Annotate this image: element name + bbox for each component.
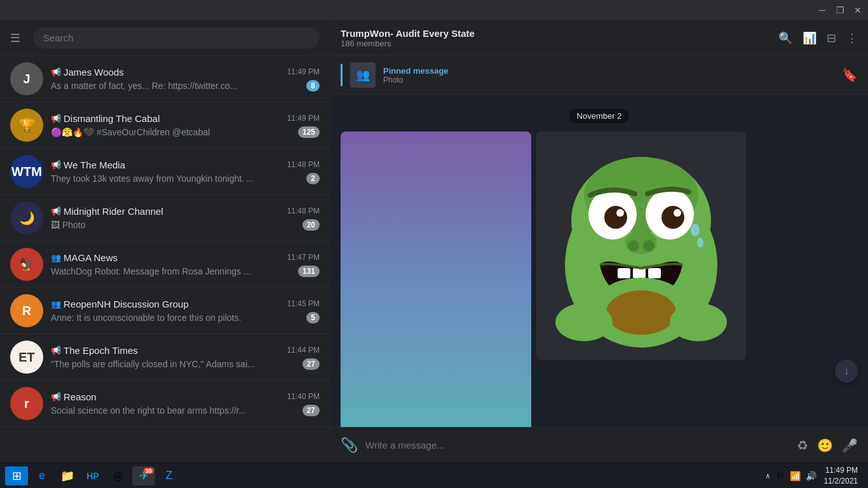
- avatar-maga-news: 🦅: [10, 248, 43, 281]
- pinned-sub: Photo: [383, 76, 834, 85]
- microphone-icon[interactable]: 🎤: [842, 438, 858, 453]
- svg-point-10: [628, 240, 639, 252]
- svg-rect-14: [648, 268, 661, 278]
- badge-reopen-nh: 5: [306, 312, 320, 323]
- chat-messages-wrap: November 2: [330, 95, 868, 427]
- chat-item-reason[interactable]: r 📢 Reason 11:40 PM Social science on th…: [0, 381, 330, 427]
- chat-item-midnight-rider[interactable]: 🌙 📢 Midnight Rider Channel 11:48 PM 🖼 Ph…: [0, 195, 330, 241]
- chat-header-info: TrumpWon- Audit Every State 186 members: [341, 28, 771, 48]
- chat-item-reopen-nh[interactable]: R 👥 ReopenNH Discussion Group 11:45 PM A…: [0, 288, 330, 334]
- hamburger-icon[interactable]: ☰: [10, 31, 25, 45]
- badge-dismantling-cabal: 125: [298, 126, 320, 138]
- taskbar-hp[interactable]: HP: [81, 466, 104, 485]
- message-input[interactable]: [365, 440, 789, 451]
- pinned-thumbnail: 👥: [350, 62, 376, 88]
- chat-item-epoch-times[interactable]: ET 📢 The Epoch Times 11:44 PM "The polls…: [0, 334, 330, 381]
- chat-time-james-woods: 11:49 PM: [287, 67, 320, 76]
- pinned-label: Pinned message: [383, 66, 834, 76]
- tray-expand-icon[interactable]: ∧: [765, 471, 771, 480]
- chat-info-maga-news: 👥 MAGA News 11:47 PM WatchDog Robot: Mes…: [51, 252, 320, 277]
- menu-icon[interactable]: ⋮: [846, 31, 858, 45]
- svg-point-6: [661, 206, 684, 229]
- pinned-message-bar[interactable]: 👥 Pinned message Photo 🔖: [330, 56, 868, 95]
- layout-icon[interactable]: ⊟: [827, 31, 836, 45]
- taskbar-chrome[interactable]: ◎: [107, 466, 130, 485]
- volume-icon[interactable]: 🔊: [806, 471, 817, 481]
- chat-name-dismantling-cabal: 📢 Dismantling The Cabal: [51, 113, 159, 124]
- titlebar: ─ ❐ ✕: [0, 0, 868, 20]
- preview-text-reason: Social science on the right to bear arms…: [51, 405, 299, 416]
- search-icon[interactable]: 🔍: [778, 31, 792, 45]
- svg-point-21: [670, 303, 727, 341]
- recycle-icon[interactable]: ♻: [797, 438, 808, 453]
- chat-name-reopen-nh: 👥 ReopenNH Discussion Group: [51, 299, 189, 309]
- chat-name-reason: 📢 Reason: [51, 391, 97, 402]
- preview-text-epoch-times: "The polls are officially closed in NYC,…: [51, 359, 299, 369]
- type-icon-we-the-media: 📢: [51, 160, 61, 170]
- badge-reason: 27: [302, 405, 320, 416]
- badge-midnight-rider: 20: [302, 219, 320, 231]
- chat-info-midnight-rider: 📢 Midnight Rider Channel 11:48 PM 🖼 Phot…: [51, 206, 320, 231]
- badge-james-woods: 8: [306, 80, 320, 92]
- emoji-icon[interactable]: 🙂: [817, 438, 833, 453]
- chat-item-dismantling-cabal[interactable]: 🏆 📢 Dismantling The Cabal 11:49 PM 🟣😤🔥🖤 …: [0, 102, 330, 149]
- start-button[interactable]: ⊞: [5, 466, 28, 485]
- sidebar: ☰ J 📢 James Woods 11:49 PM As a matter o…: [0, 20, 330, 463]
- taskbar-clock: 11:49 PM 11/2/2021: [819, 465, 863, 487]
- clock-date: 11/2/2021: [824, 476, 858, 487]
- chat-panel: TrumpWon- Audit Every State 186 members …: [330, 20, 868, 463]
- chat-time-we-the-media: 11:48 PM: [287, 160, 320, 169]
- chat-name-maga-news: 👥 MAGA News: [51, 252, 118, 263]
- badge-epoch-times: 27: [302, 358, 320, 370]
- chat-info-epoch-times: 📢 The Epoch Times 11:44 PM "The polls ar…: [51, 345, 320, 370]
- chat-info-reopen-nh: 👥 ReopenNH Discussion Group 11:45 PM Ann…: [51, 299, 320, 323]
- network-icon[interactable]: 📶: [790, 471, 801, 481]
- avatar-reason: r: [10, 387, 43, 420]
- avatar-james-woods: J: [10, 62, 43, 95]
- type-icon-reopen-nh: 👥: [51, 299, 61, 309]
- message-area: November 2: [330, 95, 868, 427]
- poll-icon[interactable]: 📊: [803, 31, 817, 45]
- chat-item-maga-news[interactable]: 🦅 👥 MAGA News 11:47 PM WatchDog Robot: M…: [0, 241, 330, 288]
- windows-icon: ⊞: [12, 469, 22, 483]
- avatar-dismantling-cabal: 🏆: [10, 109, 43, 142]
- badge-we-the-media: 2: [306, 173, 320, 184]
- chrome-icon: ◎: [113, 469, 123, 483]
- avatar-reopen-nh: R: [10, 294, 43, 327]
- hp-icon: HP: [86, 471, 98, 481]
- chat-name-midnight-rider: 📢 Midnight Rider Channel: [51, 206, 163, 217]
- taskbar-telegram[interactable]: ✈ 35: [132, 466, 155, 485]
- chat-item-we-the-media[interactable]: WTM 📢 We The Media 11:48 PM They took 13…: [0, 149, 330, 195]
- maximize-button[interactable]: ❐: [835, 5, 845, 15]
- taskbar-edge[interactable]: e: [31, 466, 53, 485]
- chat-info-james-woods: 📢 James Woods 11:49 PM As a matter of fa…: [51, 67, 320, 92]
- zoom-icon: Z: [166, 469, 173, 482]
- chat-name-james-woods: 📢 James Woods: [51, 67, 124, 78]
- scroll-down-button[interactable]: ↓: [835, 360, 858, 383]
- badge-maga-news: 131: [298, 266, 320, 277]
- taskbar-explorer[interactable]: 📁: [56, 466, 79, 485]
- chat-time-maga-news: 11:47 PM: [287, 253, 320, 262]
- chat-list: J 📢 James Woods 11:49 PM As a matter of …: [0, 56, 330, 463]
- attach-icon[interactable]: 📎: [341, 437, 358, 454]
- pin-bookmark-icon[interactable]: 🔖: [842, 67, 858, 83]
- close-button[interactable]: ✕: [853, 5, 863, 15]
- main-container: ☰ J 📢 James Woods 11:49 PM As a matter o…: [0, 20, 868, 463]
- chat-time-midnight-rider: 11:48 PM: [287, 207, 320, 215]
- avatar-we-the-media: WTM: [10, 155, 43, 188]
- svg-rect-12: [618, 268, 630, 278]
- chat-info-we-the-media: 📢 We The Media 11:48 PM They took 13k vo…: [51, 159, 320, 184]
- sidebar-header: ☰: [0, 20, 330, 56]
- minimize-button[interactable]: ─: [817, 5, 827, 15]
- message-input-bar: 📎 ♻ 🙂 🎤: [330, 427, 868, 463]
- svg-point-20: [555, 303, 613, 341]
- svg-point-7: [616, 209, 624, 217]
- svg-point-17: [697, 238, 703, 248]
- preview-text-reopen-nh: Anne: It is unconscionable to force this…: [51, 313, 302, 323]
- type-icon-midnight-rider: 📢: [51, 207, 61, 216]
- taskbar-zoom[interactable]: Z: [158, 466, 180, 485]
- search-input[interactable]: [33, 27, 320, 48]
- avatar-epoch-times: ET: [10, 341, 43, 374]
- chat-time-reason: 11:40 PM: [287, 392, 320, 401]
- chat-item-james-woods[interactable]: J 📢 James Woods 11:49 PM As a matter of …: [0, 56, 330, 102]
